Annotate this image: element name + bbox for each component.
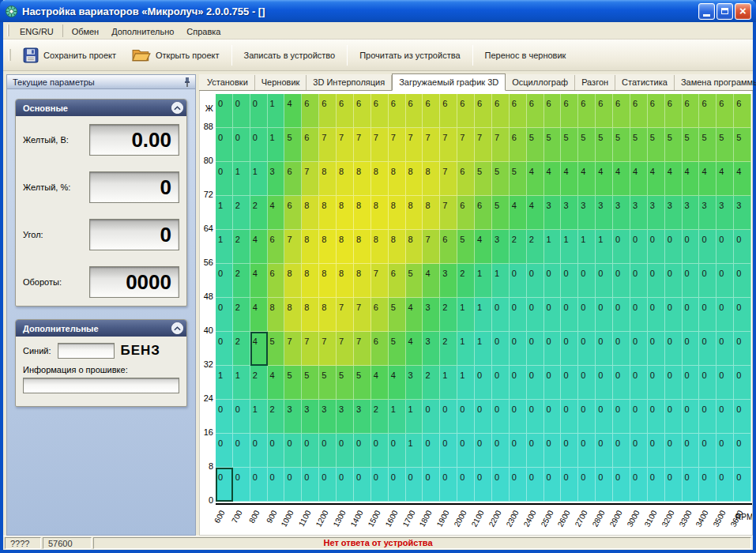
grid-cell[interactable]: 8: [354, 264, 371, 298]
grid-cell[interactable]: 4: [717, 162, 734, 196]
tab-8[interactable]: Замена программы: [675, 75, 756, 90]
grid-cell[interactable]: 5: [665, 128, 683, 162]
grid-cell[interactable]: 0: [648, 434, 665, 468]
grid-cell[interactable]: 5: [630, 128, 648, 162]
grid-cell[interactable]: 6: [268, 264, 285, 298]
grid-cell[interactable]: 4: [665, 162, 683, 196]
grid-cell[interactable]: 3: [284, 400, 302, 434]
grid-cell[interactable]: 0: [717, 230, 734, 264]
grid-cell[interactable]: 0: [544, 298, 562, 332]
grid-cell[interactable]: 0: [216, 264, 233, 298]
grid-cell[interactable]: 3: [544, 196, 562, 230]
grid-cell[interactable]: 0: [717, 298, 734, 332]
grid-cell[interactable]: 6: [683, 94, 700, 128]
grid-cell[interactable]: 3: [354, 400, 371, 434]
group-main-header[interactable]: Основные: [16, 100, 186, 116]
toolbar-button-6[interactable]: Прочитать из устройства: [352, 46, 468, 65]
grid-cell[interactable]: 0: [596, 468, 613, 502]
grid-cell[interactable]: 0: [406, 468, 423, 502]
grid-cell[interactable]: 0: [544, 434, 562, 468]
grid-cell[interactable]: 6: [665, 94, 683, 128]
grid-cell[interactable]: 6: [648, 94, 665, 128]
grid-cell[interactable]: 0: [561, 400, 578, 434]
grid-cell[interactable]: 0: [734, 332, 751, 366]
grid-cell[interactable]: 0: [457, 468, 475, 502]
grid-cell[interactable]: 5: [699, 128, 717, 162]
blue-input[interactable]: [58, 343, 115, 359]
grid-cell[interactable]: 6: [371, 332, 389, 366]
grid-cell[interactable]: 1: [268, 94, 285, 128]
grid-cell[interactable]: 0: [734, 434, 751, 468]
grid-cell[interactable]: 0: [717, 468, 734, 502]
grid-cell[interactable]: 4: [250, 230, 268, 264]
grid-cell[interactable]: 3: [268, 162, 285, 196]
grid-cell[interactable]: 7: [354, 128, 371, 162]
grid-cell[interactable]: 8: [319, 196, 337, 230]
grid-cell[interactable]: 0: [648, 468, 665, 502]
toolbar-button-1[interactable]: Сохранить проект: [15, 43, 124, 68]
grid-cell[interactable]: 6: [510, 94, 527, 128]
grid-cell[interactable]: 8: [423, 162, 440, 196]
grid-cell[interactable]: 0: [250, 128, 268, 162]
grid-cell[interactable]: 0: [250, 434, 268, 468]
grid-cell[interactable]: 8: [319, 162, 337, 196]
grid-cell[interactable]: 0: [250, 94, 268, 128]
grid-cell[interactable]: 0: [216, 468, 233, 502]
grid-cell[interactable]: 6: [578, 94, 596, 128]
grid-cell[interactable]: 0: [665, 230, 683, 264]
grid-cell[interactable]: 0: [492, 400, 510, 434]
grid-cell[interactable]: 3: [613, 196, 630, 230]
grid-cell[interactable]: 6: [457, 196, 475, 230]
grid-cell[interactable]: 6: [302, 94, 319, 128]
grid-cell[interactable]: 0: [613, 400, 630, 434]
grid-cell[interactable]: 1: [561, 230, 578, 264]
grid-cell[interactable]: 0: [578, 298, 596, 332]
grid-cell[interactable]: 0: [699, 434, 717, 468]
grid-cell[interactable]: 8: [337, 264, 354, 298]
grid-cell[interactable]: 0: [596, 400, 613, 434]
grid-cell[interactable]: 0: [578, 434, 596, 468]
grid-cell[interactable]: 0: [665, 468, 683, 502]
grid-cell[interactable]: 1: [475, 264, 492, 298]
grid-cell[interactable]: 3: [578, 196, 596, 230]
grid-cell[interactable]: 3: [596, 196, 613, 230]
grid-cell[interactable]: 2: [423, 366, 440, 400]
grid-cell[interactable]: 8: [371, 196, 389, 230]
grid-cell[interactable]: 5: [302, 366, 319, 400]
menubar-grip[interactable]: [7, 24, 9, 36]
grid-cell[interactable]: 0: [734, 400, 751, 434]
toolbar-button-8[interactable]: Перенос в черновик: [477, 46, 574, 65]
grid-cell[interactable]: 0: [510, 298, 527, 332]
grid-cell[interactable]: 4: [268, 196, 285, 230]
grid-cell[interactable]: 0: [648, 230, 665, 264]
grid-cell[interactable]: 3: [406, 366, 423, 400]
grid-cell[interactable]: 5: [457, 230, 475, 264]
grid-cell[interactable]: 0: [510, 332, 527, 366]
grid-cell[interactable]: 7: [337, 332, 354, 366]
grid-cell[interactable]: 8: [319, 298, 337, 332]
grid-cell[interactable]: 0: [561, 468, 578, 502]
toolbar-button-2[interactable]: Открыть проект: [124, 43, 228, 67]
grid-cell[interactable]: 0: [596, 434, 613, 468]
grid-cell[interactable]: 8: [389, 230, 406, 264]
grid-cell[interactable]: 1: [233, 366, 250, 400]
grid-cell[interactable]: 5: [492, 196, 510, 230]
grid-cell[interactable]: 6: [510, 128, 527, 162]
grid-cell[interactable]: 0: [527, 298, 544, 332]
grid-cell[interactable]: 0: [683, 434, 700, 468]
grid-cell[interactable]: 7: [423, 230, 440, 264]
grid-cell[interactable]: 0: [389, 468, 406, 502]
grid-cell[interactable]: 2: [527, 230, 544, 264]
grid-cell[interactable]: 5: [492, 162, 510, 196]
grid-cell[interactable]: 8: [371, 162, 389, 196]
grid-cell[interactable]: 0: [630, 400, 648, 434]
grid-cell[interactable]: 3: [492, 230, 510, 264]
grid-cell[interactable]: 0: [734, 264, 751, 298]
grid-cell[interactable]: 0: [527, 468, 544, 502]
grid-cell[interactable]: 4: [596, 162, 613, 196]
grid-cell[interactable]: 0: [561, 264, 578, 298]
grid-cell[interactable]: 0: [561, 298, 578, 332]
grid-cell[interactable]: 1: [492, 264, 510, 298]
grid-cell[interactable]: 0: [699, 468, 717, 502]
grid-cell[interactable]: 5: [648, 128, 665, 162]
